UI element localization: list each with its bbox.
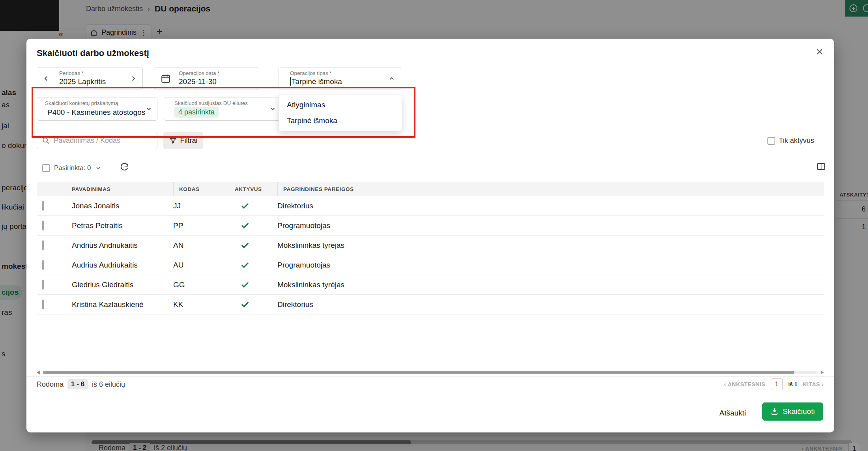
modal-table-footer: Rodoma 1 - 6 iš 6 eilučių ‹ ANKSTESNIS 1…	[37, 376, 824, 392]
dropdown-option[interactable]: Tarpinė išmoka	[279, 113, 402, 129]
checkbox-column	[37, 182, 72, 196]
select-all-checkbox[interactable]	[42, 164, 50, 172]
period-field[interactable]: Periodas * 2025 Lapkritis	[37, 67, 143, 90]
operation-type-combobox[interactable]: Operacijos tipas * Tarpinė išmoka	[279, 67, 401, 90]
selected-count-badge: 4 pasirinkta	[174, 107, 219, 118]
du-lines-select[interactable]: Skaičiuoti susijusias DU eilutes 4 pasir…	[164, 97, 281, 121]
operation-date-value: 2025-11-30	[179, 77, 217, 86]
scroll-right-arrow[interactable]	[821, 371, 824, 374]
cell-name: Kristina Kazlauskienė	[72, 300, 173, 309]
row-checkbox[interactable]	[42, 260, 44, 270]
modal-title: Skaičiuoti darbo užmokestį	[37, 48, 149, 58]
employees-table: PAVADINIMAS KODAS AKTYVUS PAGRINDINĖS PA…	[37, 182, 824, 314]
period-value: 2025 Lapkritis	[59, 77, 106, 86]
table-row[interactable]: Petras Petraitis PP Programuotojas	[37, 216, 824, 236]
column-header: PAGRINDINĖS PAREIGOS	[277, 182, 381, 196]
table-row[interactable]: Jonas Jonaitis JJ Direktorius	[37, 196, 824, 216]
table-row[interactable]: Kristina Kazlauskienė KK Direktorius	[37, 295, 824, 314]
calendar-icon[interactable]	[161, 73, 171, 84]
cell-position: Programuotojas	[277, 261, 381, 269]
row-checkbox[interactable]	[42, 280, 44, 290]
cell-position: Mokslininkas tyrėjas	[277, 241, 381, 250]
page-number[interactable]: 1	[771, 378, 783, 390]
column-header: AKTYVUS	[229, 182, 277, 196]
chevron-left-icon[interactable]	[43, 75, 50, 82]
search-icon	[42, 137, 50, 144]
rows-shown-label: Rodoma	[37, 380, 64, 389]
accrual-value: P400 - Kasmetinės atostogos	[47, 108, 145, 117]
selection-controls: Pasirinkta: 0	[42, 163, 101, 173]
chevron-down-icon[interactable]	[269, 105, 276, 112]
active-check-icon	[229, 261, 277, 269]
table-row[interactable]: Andrius Andriukaitis AN Mokslininkas tyr…	[37, 236, 824, 255]
cell-code: AN	[173, 241, 229, 250]
cancel-button[interactable]: Atšaukti	[713, 405, 752, 421]
table-row[interactable]: Audrius Audriukaitis AU Programuotojas	[37, 255, 824, 275]
cell-position: Direktorius	[277, 202, 381, 210]
row-checkbox[interactable]	[42, 240, 44, 250]
chevron-right-icon[interactable]	[130, 75, 137, 82]
column-header: KODAS	[173, 182, 229, 196]
scrollbar-thumb[interactable]	[43, 371, 794, 374]
scroll-left-arrow[interactable]	[37, 371, 40, 374]
cell-name: Giedrius Giedraitis	[72, 281, 173, 289]
download-icon	[771, 408, 778, 415]
dropdown-option[interactable]: Atlyginimas	[279, 97, 402, 113]
rows-total-label: iš 6 eilučių	[92, 380, 125, 389]
cell-code: GG	[173, 281, 229, 289]
filter-icon	[169, 137, 177, 144]
chevron-down-icon[interactable]	[145, 105, 152, 112]
close-icon[interactable]: ×	[816, 45, 823, 58]
text-caret	[290, 77, 291, 86]
active-check-icon	[229, 281, 277, 289]
operation-type-dropdown: Atlyginimas Tarpinė išmoka	[279, 95, 402, 131]
operation-type-value: Tarpinė išmoka	[290, 77, 342, 86]
chevron-up-icon[interactable]	[388, 75, 395, 82]
search-input[interactable]: Pavadinimas / Kodas	[37, 132, 157, 149]
screen: « alas as jai o dokumen peracijos likuči…	[0, 0, 868, 451]
page-of-label: iš 1	[788, 381, 797, 387]
pagination: ‹ ANKSTESNIS 1 iš 1 KITAS ›	[724, 378, 824, 390]
active-only-toggle[interactable]: Tik aktyvūs	[767, 137, 814, 145]
active-only-checkbox[interactable]	[767, 137, 775, 145]
cell-code: PP	[173, 221, 229, 230]
calculate-button[interactable]: Skaičiuoti	[762, 402, 823, 421]
refresh-icon[interactable]	[120, 162, 129, 172]
active-check-icon	[229, 300, 277, 309]
cell-code: JJ	[173, 202, 229, 210]
active-check-icon	[229, 202, 277, 210]
cell-name: Petras Petraitis	[72, 221, 173, 230]
previous-page-button[interactable]: ‹ ANKSTESNIS	[724, 381, 765, 387]
selected-count-label: Pasirinkta: 0	[54, 164, 91, 172]
accrual-select[interactable]: Skaičiuoti konkretų priskaitymą P400 - K…	[37, 97, 157, 121]
chevron-down-icon[interactable]	[95, 165, 101, 171]
filters-button[interactable]: Filtrai	[163, 132, 203, 149]
column-header-empty	[381, 182, 824, 196]
next-page-button[interactable]: KITAS ›	[803, 381, 824, 387]
active-check-icon	[229, 221, 277, 230]
table-row[interactable]: Giedrius Giedraitis GG Mokslininkas tyrė…	[37, 275, 824, 295]
row-checkbox[interactable]	[42, 201, 44, 211]
cell-code: AU	[173, 261, 229, 269]
row-checkbox[interactable]	[42, 299, 44, 309]
table-horizontal-scrollbar[interactable]	[37, 370, 824, 375]
cell-name: Andrius Andriukaitis	[72, 241, 173, 250]
table-header-row: PAVADINIMAS KODAS AKTYVUS PAGRINDINĖS PA…	[37, 182, 824, 196]
column-header: PAVADINIMAS	[72, 182, 173, 196]
calculate-payroll-modal: Skaičiuoti darbo užmokestį × Periodas * …	[26, 39, 834, 432]
active-check-icon	[229, 241, 277, 250]
cell-position: Mokslininkas tyrėjas	[277, 281, 381, 289]
cell-code: KK	[173, 300, 229, 309]
operation-date-field[interactable]: Operacijos data * 2025-11-30	[154, 67, 259, 90]
cell-position: Programuotojas	[277, 221, 381, 230]
columns-settings-icon[interactable]	[816, 161, 826, 172]
search-placeholder: Pavadinimas / Kodas	[54, 137, 120, 145]
cell-position: Direktorius	[277, 300, 381, 309]
cell-name: Jonas Jonaitis	[72, 202, 173, 210]
rows-range-badge: 1 - 6	[67, 379, 88, 389]
cell-name: Audrius Audriukaitis	[72, 261, 173, 269]
row-checkbox[interactable]	[42, 221, 44, 230]
